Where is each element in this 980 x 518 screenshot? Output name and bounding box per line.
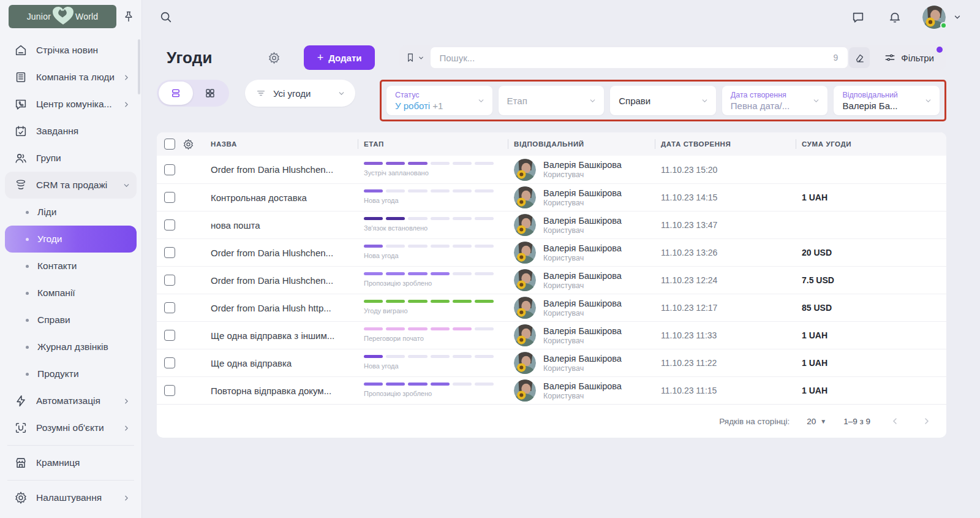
select-all-checkbox[interactable] [164,139,175,150]
bookmark-icon [405,53,415,63]
column-header-stage[interactable]: ЕТАП [358,132,508,156]
sidebar-item-communication-center[interactable]: Центр комуніка... [5,91,137,118]
sidebar-item-groups[interactable]: Групи [5,145,137,172]
chevron-right-icon [123,74,130,82]
grid-view-button[interactable] [193,82,227,105]
bullet-dot-icon [26,319,29,322]
stage-label: Зв'язок встановлено [364,224,428,232]
deal-amount: 7.5 USD [796,275,946,285]
deal-name[interactable]: Ще одна відправка з іншим... [205,330,358,341]
row-checkbox[interactable] [164,302,175,313]
deal-name[interactable]: Order from Daria Hlushchen... [205,164,358,175]
sidebar-subitem-contacts[interactable]: Контакти [5,253,137,280]
table-row[interactable]: Order from Daria Hlushchen...Пропозицію … [157,266,946,294]
quick-filter-відповідальний[interactable]: ВідповідальнийВалерія Ба... [834,86,940,115]
deal-stage-cell: Нова угода [358,189,508,205]
row-checkbox[interactable] [164,219,175,230]
row-checkbox[interactable] [164,164,175,175]
clear-search-eraser-icon[interactable] [849,47,870,68]
sidebar-item-feed[interactable]: Стрічка новин [5,37,137,64]
sidebar-item-tasks[interactable]: Завдання [5,118,137,145]
row-checkbox[interactable] [164,385,175,396]
deal-name[interactable]: нова пошта [205,220,358,230]
list-view-button[interactable] [159,82,193,105]
lightning-icon [13,394,28,408]
messages-icon[interactable] [851,10,865,24]
sidebar-item-smart-objects[interactable]: Розумні об'єкти [5,414,137,441]
sidebar-subitem-deals[interactable]: Угоди [5,226,137,253]
sidebar-subitem-products[interactable]: Продукти [5,360,137,387]
add-deal-button[interactable]: + Додати [304,45,375,70]
column-header-owner[interactable]: ВІДПОВІДАЛЬНИЙ [508,132,655,156]
quick-filter-дата-створення[interactable]: Дата створенняПевна дата/... [722,86,828,115]
profile-chevron-down-icon[interactable] [953,13,962,21]
app-logo[interactable]: Junior World [9,5,116,28]
deal-created-date: 11.10.23 11:15 [655,386,796,395]
column-header-amount[interactable]: СУМА УГОДИ [796,132,946,156]
saved-searches-dropdown[interactable] [405,53,431,63]
row-checkbox[interactable] [164,275,175,286]
filter-label: Дата створення [731,91,809,99]
table-row[interactable]: Повторна відправка докум...Пропозицію зр… [157,376,946,404]
table-row[interactable]: Order from Daria Hlushchen...Нова угодаВ… [157,238,946,266]
sidebar-item-automation[interactable]: Автоматизація [5,387,137,414]
row-checkbox[interactable] [164,330,175,341]
chevron-down-icon [924,97,932,105]
stage-segment [408,162,427,165]
table-row[interactable]: Order from Daria Hlush http...Угоду вигр… [157,294,946,321]
chevron-right-icon [123,101,130,109]
page-settings-gear-icon[interactable] [268,51,281,64]
quick-filter-статус[interactable]: СтатусУ роботі +1 [386,86,492,115]
row-checkbox[interactable] [164,192,175,203]
stage-segment [386,189,405,192]
column-header-date[interactable]: ДАТА СТВОРЕННЯ [655,132,796,156]
deal-name[interactable]: Order from Daria Hlushchen... [205,248,358,258]
notifications-bell-icon[interactable] [888,10,902,24]
table-row[interactable]: Ще одна відправка з іншим...Переговори п… [157,321,946,349]
smart-objects-icon [13,421,28,435]
deal-name[interactable]: Повторна відправка докум... [205,386,358,396]
stage-segment [386,162,405,165]
stage-segment [475,245,494,248]
global-search-icon[interactable] [159,10,173,24]
sidebar-scrollbar[interactable] [138,39,140,94]
deal-name[interactable]: Order from Daria Hlushchen... [205,275,358,286]
sidebar-subitem-companies[interactable]: Компанії [5,280,137,307]
table-row[interactable]: Ще одна відправкаНова угодаВалерія Башкі… [157,349,946,376]
previous-page-button[interactable] [888,414,902,428]
quick-filter-справи[interactable]: Справи [610,86,716,115]
sidebar-subitem-cases[interactable]: Справи [5,307,137,333]
stage-segment [475,383,494,386]
user-avatar[interactable] [922,6,946,29]
sidebar-item-shop[interactable]: Крамниця [5,449,137,476]
table-row[interactable]: Контрольная доставкаНова угодаВалерія Ба… [157,183,946,211]
saved-view-dropdown[interactable]: Усі угоди [245,80,355,107]
table-settings-gear-icon[interactable] [183,139,205,150]
funnel-icon [13,178,28,192]
sidebar-item-company-people[interactable]: Компанія та люди [5,64,137,91]
deal-name[interactable]: Контрольная доставка [205,192,358,203]
chevron-right-icon [123,494,130,502]
stage-segment [453,383,472,386]
grid-view-icon [205,88,216,99]
search-input[interactable] [439,53,833,63]
table-row[interactable]: Order from Daria Hlushchen...Зустріч зап… [157,156,946,183]
sidebar-item-settings[interactable]: Налаштування [5,484,137,511]
deal-name[interactable]: Order from Daria Hlush http... [205,303,358,313]
filters-button[interactable]: Фільтри [875,47,944,68]
deal-name[interactable]: Ще одна відправка [205,358,358,368]
sidebar-subitem-leads[interactable]: Ліди [5,199,137,226]
rows-per-page-select[interactable]: 20▼ [807,417,826,426]
deal-created-date: 11.10.23 11:22 [655,358,796,368]
sidebar-item-crm-sales[interactable]: CRM та продажі [5,172,137,199]
quick-filter-етап[interactable]: Етап [499,86,605,115]
table-row[interactable]: нова поштаЗв'язок встановленоВалерія Баш… [157,211,946,238]
sidebar-subitem-call-log[interactable]: Журнал дзвінків [5,333,137,360]
row-checkbox[interactable] [164,357,175,368]
page-header: Угоди + Додати 9 [157,45,946,70]
row-checkbox[interactable] [164,247,175,258]
column-header-name[interactable]: НАЗВА [205,132,358,156]
owner-role: Користувач [543,226,622,235]
pin-icon[interactable] [123,10,135,23]
next-page-button[interactable] [919,414,934,428]
